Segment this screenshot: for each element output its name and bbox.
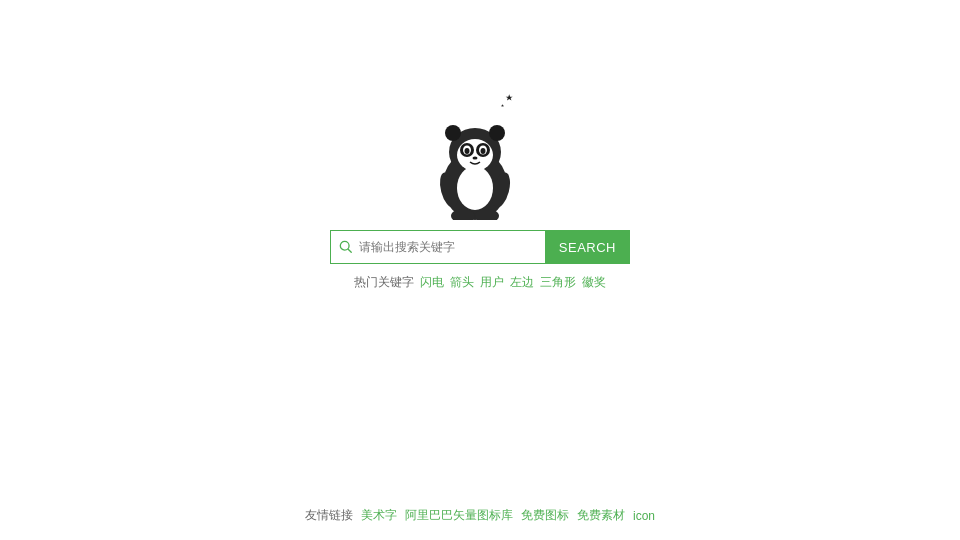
hot-keywords-label: 热门关键字 [354,274,414,291]
footer-link-1[interactable]: 阿里巴巴矢量图标库 [405,507,513,524]
footer-label: 友情链接 [305,507,353,524]
hot-keyword-0[interactable]: 闪电 [420,274,444,291]
search-icon [339,240,353,254]
svg-marker-0 [506,94,513,100]
main-content: SEARCH 热门关键字 闪电 箭头 用户 左边 三角形 徽奖 [330,90,630,291]
hot-keyword-2[interactable]: 用户 [480,274,504,291]
footer-link-2[interactable]: 免费图标 [521,507,569,524]
svg-point-11 [473,157,478,160]
search-button[interactable]: SEARCH [545,230,630,264]
footer-link-3[interactable]: 免费素材 [577,507,625,524]
svg-point-10 [481,148,486,154]
svg-line-20 [348,249,351,252]
footer-link-0[interactable]: 美术字 [361,507,397,524]
hot-keyword-5[interactable]: 徽奖 [582,274,606,291]
hot-keywords-bar: 热门关键字 闪电 箭头 用户 左边 三角形 徽奖 [354,274,606,291]
svg-marker-1 [501,104,504,107]
search-input-wrapper [330,230,545,264]
svg-point-16 [457,166,493,210]
hot-keyword-4[interactable]: 三角形 [540,274,576,291]
footer: 友情链接 美术字 阿里巴巴矢量图标库 免费图标 免费素材 icon [305,507,655,524]
footer-link-4[interactable]: icon [633,509,655,523]
svg-point-12 [445,125,461,141]
hot-keyword-1[interactable]: 箭头 [450,274,474,291]
search-bar: SEARCH [330,230,630,264]
hot-keyword-3[interactable]: 左边 [510,274,534,291]
svg-point-13 [489,125,505,141]
svg-point-9 [465,148,470,154]
search-input[interactable] [359,240,537,254]
logo [435,90,525,220]
